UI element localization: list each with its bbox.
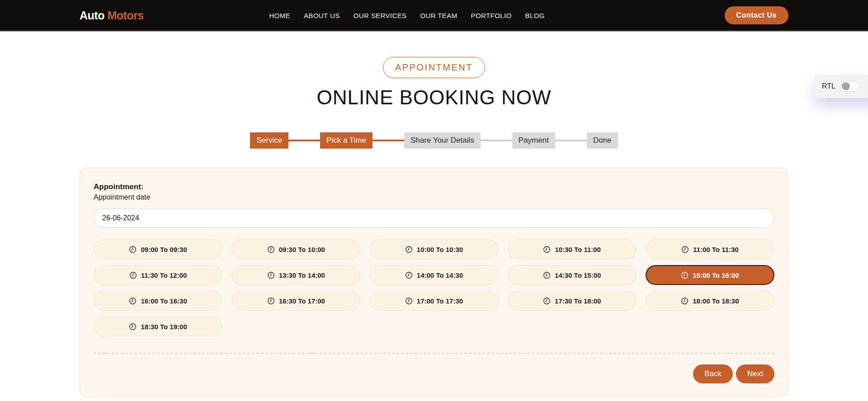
- step-done[interactable]: Done: [587, 132, 618, 149]
- clock-icon: [543, 246, 551, 253]
- time-slot-14-00-to-14-30[interactable]: 14:00 To 14:30: [369, 265, 498, 285]
- time-slot-label: 16:00 To 16:30: [141, 297, 187, 305]
- appointment-badge: APPOINTMENT: [383, 57, 485, 78]
- clock-icon: [543, 271, 551, 279]
- time-slot-10-00-to-10-30[interactable]: 10:00 To 10:30: [369, 239, 498, 259]
- time-slot-label: 17:30 To 18:00: [555, 297, 601, 305]
- logo-text-primary: Auto: [80, 9, 104, 22]
- time-slot-grid: 09:00 To 09:3009:30 To 10:0010:00 To 10:…: [94, 239, 774, 336]
- site-logo[interactable]: Auto Motors: [80, 9, 144, 22]
- clock-icon: [405, 246, 413, 253]
- time-slot-09-00-to-09-30[interactable]: 09:00 To 09:30: [94, 239, 222, 259]
- time-slot-10-30-to-11-00[interactable]: 10:30 To 11:00: [508, 239, 637, 259]
- time-slot-13-30-to-14-00[interactable]: 13:30 To 14:00: [231, 265, 360, 285]
- step-connector: [481, 140, 512, 141]
- step-share-your-details[interactable]: Share Your Details: [404, 132, 481, 149]
- nav-item-home[interactable]: HOME: [269, 12, 290, 19]
- time-slot-label: 18:30 To 19:00: [141, 323, 187, 331]
- time-slot-11-00-to-11-30[interactable]: 11:00 To 11:30: [646, 239, 774, 259]
- back-button[interactable]: Back: [693, 364, 733, 383]
- time-slot-17-30-to-18-00[interactable]: 17:30 To 18:00: [508, 291, 637, 311]
- clock-icon: [267, 271, 275, 279]
- clock-icon: [129, 297, 137, 305]
- page-title: ONLINE BOOKING NOW: [316, 86, 551, 109]
- clock-icon: [405, 271, 413, 279]
- logo-text-accent: Motors: [107, 9, 143, 22]
- contact-us-button[interactable]: Contact Us: [725, 6, 788, 24]
- time-slot-14-30-to-15-00[interactable]: 14:30 To 15:00: [508, 265, 637, 285]
- clock-icon: [129, 246, 137, 253]
- step-connector: [288, 140, 320, 141]
- top-navbar: Auto Motors HOMEABOUT USOUR SERVICESOUR …: [0, 0, 868, 32]
- clock-icon: [681, 246, 689, 253]
- clock-icon: [543, 297, 551, 305]
- time-slot-label: 09:30 To 10:00: [279, 246, 325, 253]
- time-slot-label: 14:30 To 15:00: [555, 271, 601, 279]
- main-nav: HOMEABOUT USOUR SERVICESOUR TEAMPORTFOLI…: [269, 12, 545, 19]
- next-button[interactable]: Next: [736, 364, 774, 383]
- step-pick-a-time[interactable]: Pick a Time: [320, 132, 373, 149]
- nav-item-portfolio[interactable]: PORTFOLIO: [471, 12, 512, 19]
- dashed-divider: [94, 353, 774, 354]
- time-slot-16-00-to-16-30[interactable]: 16:00 To 16:30: [94, 291, 222, 311]
- time-slot-label: 11:30 To 12:00: [141, 271, 187, 279]
- time-slot-label: 16:30 To 17:00: [279, 297, 325, 305]
- time-slot-18-30-to-19-00[interactable]: 18:30 To 19:00: [94, 317, 222, 336]
- clock-icon: [267, 297, 275, 305]
- clock-icon: [405, 297, 413, 305]
- time-slot-label: 14:00 To 14:30: [417, 271, 463, 279]
- time-slot-11-30-to-12-00[interactable]: 11:30 To 12:00: [94, 265, 222, 285]
- appointment-date-label: Appointment date: [94, 193, 774, 201]
- time-slot-label: 11:00 To 11:30: [693, 246, 739, 253]
- booking-steps: ServicePick a TimeShare Your DetailsPaym…: [250, 132, 618, 149]
- nav-item-our-team[interactable]: OUR TEAM: [420, 12, 457, 19]
- time-slot-17-00-to-17-30[interactable]: 17:00 To 17:30: [369, 291, 498, 311]
- step-service[interactable]: Service: [250, 132, 288, 149]
- step-payment[interactable]: Payment: [512, 132, 555, 149]
- rtl-label: RTL: [822, 82, 835, 90]
- time-slot-label: 15:00 To 16:00: [693, 271, 739, 279]
- rtl-toggle-switch[interactable]: [840, 81, 860, 92]
- toggle-knob: [842, 82, 850, 90]
- clock-icon: [681, 297, 689, 305]
- time-slot-label: 18:00 To 18:30: [693, 297, 739, 305]
- step-connector: [373, 140, 404, 141]
- time-slot-09-30-to-10-00[interactable]: 09:30 To 10:00: [231, 239, 360, 259]
- step-connector: [555, 140, 587, 141]
- nav-item-blog[interactable]: BLOG: [525, 12, 545, 19]
- time-slot-label: 09:00 To 09:30: [141, 246, 187, 253]
- wizard-actions: Back Next: [94, 364, 774, 383]
- clock-icon: [681, 271, 689, 279]
- appointment-section-title: Appointment:: [94, 182, 774, 191]
- time-slot-18-00-to-18-30[interactable]: 18:00 To 18:30: [646, 291, 774, 311]
- time-slot-15-00-to-16-00[interactable]: 15:00 To 16:00: [646, 265, 774, 285]
- time-slot-label: 13:30 To 14:00: [279, 271, 325, 279]
- appointment-date-input[interactable]: [94, 209, 774, 228]
- rtl-toggle-panel: RTL: [814, 75, 868, 98]
- appointment-card: Appointment: Appointment date 09:00 To 0…: [80, 168, 788, 397]
- clock-icon: [267, 246, 275, 253]
- time-slot-16-30-to-17-00[interactable]: 16:30 To 17:00: [231, 291, 360, 311]
- booking-page: APPOINTMENT ONLINE BOOKING NOW ServicePi…: [0, 32, 868, 397]
- time-slot-label: 10:00 To 10:30: [417, 246, 463, 253]
- nav-item-our-services[interactable]: OUR SERVICES: [354, 12, 407, 19]
- clock-icon: [129, 323, 137, 331]
- nav-item-about-us[interactable]: ABOUT US: [304, 12, 340, 19]
- clock-icon: [129, 271, 137, 279]
- time-slot-label: 10:30 To 11:00: [555, 246, 600, 253]
- time-slot-label: 17:00 To 17:30: [417, 297, 463, 305]
